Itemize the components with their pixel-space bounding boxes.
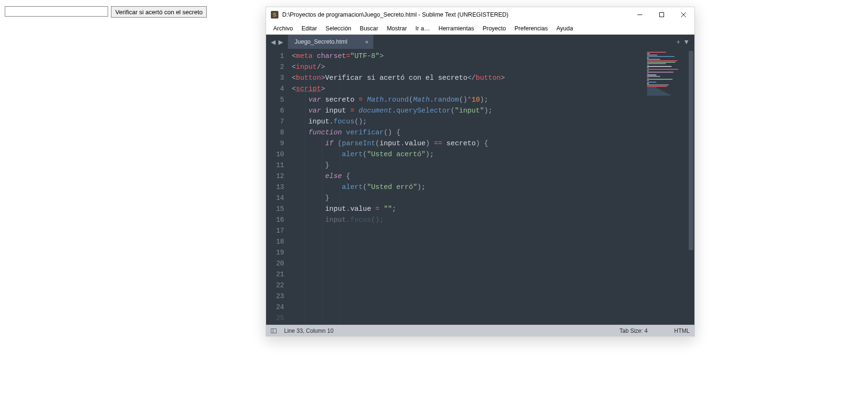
- sublime-window: D:\Proyectos de programacion\Juego_Secre…: [266, 7, 695, 337]
- status-bar: Line 33, Column 10 Tab Size: 4 HTML: [266, 325, 694, 336]
- menu-ayuda[interactable]: Ayuda: [552, 24, 577, 33]
- status-tab-size[interactable]: Tab Size: 4: [619, 328, 647, 334]
- menu-buscar[interactable]: Buscar: [356, 24, 383, 33]
- menu-proyecto[interactable]: Proyecto: [478, 24, 510, 33]
- tab-dropdown-icon[interactable]: ▼: [683, 38, 690, 46]
- svg-rect-1: [660, 13, 664, 17]
- tab-close-icon[interactable]: ×: [365, 38, 369, 46]
- tab-bar: ◀ ▶ Juego_Secreto.html × + ▼: [266, 35, 694, 49]
- line-gutter: 1234567891011121314151617181920212223242…: [266, 49, 288, 325]
- browser-preview: Verificar si acertó con el secreto: [5, 6, 207, 18]
- verify-button[interactable]: Verificar si acertó con el secreto: [111, 6, 207, 18]
- menu-archivo[interactable]: Archivo: [269, 24, 297, 33]
- panel-switcher-icon[interactable]: [271, 329, 277, 333]
- tab-file[interactable]: Juego_Secreto.html ×: [288, 35, 373, 49]
- maximize-button[interactable]: [651, 7, 673, 22]
- window-title: D:\Proyectos de programacion\Juego_Secre…: [282, 11, 629, 18]
- minimize-button[interactable]: [629, 7, 651, 22]
- menu-seleccion[interactable]: Selección: [321, 24, 355, 33]
- menu-mostrar[interactable]: Mostrar: [382, 24, 411, 33]
- menu-preferencias[interactable]: Preferencias: [510, 24, 552, 33]
- status-syntax[interactable]: HTML: [674, 328, 690, 334]
- secret-input[interactable]: [5, 6, 108, 17]
- menu-bar: Archivo Editar Selección Buscar Mostrar …: [266, 22, 694, 35]
- menu-editar[interactable]: Editar: [297, 24, 322, 33]
- nav-back-icon[interactable]: ◀: [270, 38, 277, 45]
- scroll-thumb[interactable]: [689, 51, 693, 250]
- nav-forward-icon[interactable]: ▶: [277, 38, 284, 45]
- minimap[interactable]: [645, 49, 688, 325]
- menu-ir-a[interactable]: Ir a…: [411, 24, 434, 33]
- title-bar: D:\Proyectos de programacion\Juego_Secre…: [266, 7, 694, 22]
- app-icon: [271, 11, 278, 19]
- vertical-scrollbar[interactable]: [688, 49, 694, 325]
- status-position: Line 33, Column 10: [284, 328, 333, 334]
- tab-label: Juego_Secreto.html: [295, 38, 347, 45]
- close-button[interactable]: [673, 7, 694, 22]
- window-controls: [629, 7, 694, 22]
- menu-herramientas[interactable]: Herramientas: [434, 24, 478, 33]
- new-tab-icon[interactable]: +: [676, 38, 680, 46]
- code-area[interactable]: <meta charset="UTF-8"><input/><button>Ve…: [288, 49, 645, 325]
- editor-body: 1234567891011121314151617181920212223242…: [266, 49, 694, 325]
